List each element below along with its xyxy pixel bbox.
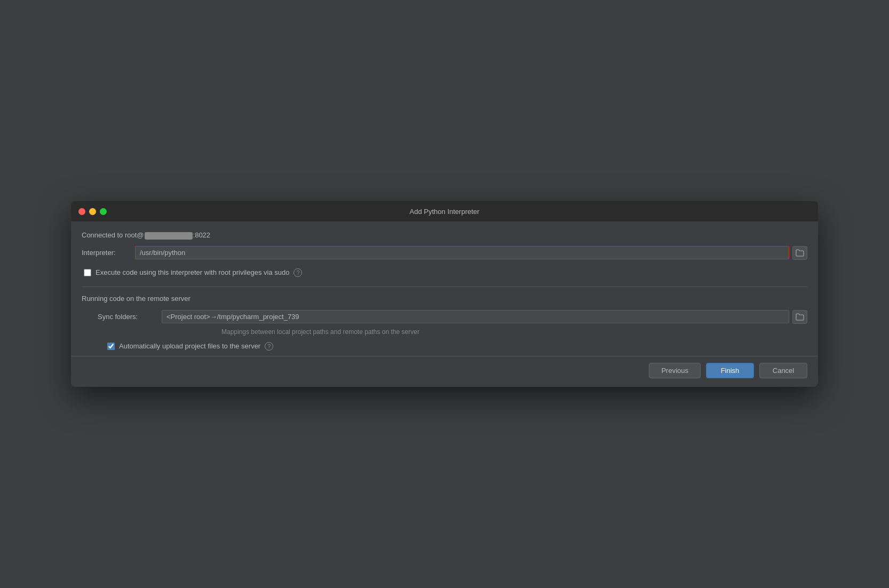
auto-upload-label[interactable]: Automatically upload project files to th… xyxy=(119,342,260,350)
interpreter-label: Interpreter: xyxy=(82,249,130,257)
close-window-button[interactable] xyxy=(78,208,85,215)
sudo-checkbox[interactable] xyxy=(84,269,91,276)
auto-upload-help-icon[interactable]: ? xyxy=(265,342,273,351)
sync-folders-input-wrapper xyxy=(162,310,807,324)
titlebar: Add Python Interpreter xyxy=(71,201,818,221)
interpreter-input[interactable] xyxy=(135,246,789,259)
section-divider xyxy=(82,287,807,287)
connection-info: Connected to root@ :8022 xyxy=(82,231,807,240)
folder-icon xyxy=(796,249,804,257)
connection-host-blurred xyxy=(145,232,193,240)
interpreter-input-wrapper xyxy=(135,246,807,260)
auto-upload-checkbox[interactable] xyxy=(107,343,115,350)
sync-folders-label: Sync folders: xyxy=(98,313,156,321)
dialog-window: Add Python Interpreter Connected to root… xyxy=(71,201,818,387)
cancel-button[interactable]: Cancel xyxy=(759,363,807,378)
sync-folders-folder-button[interactable] xyxy=(792,310,807,324)
previous-button[interactable]: Previous xyxy=(649,363,701,378)
sync-folders-input[interactable] xyxy=(162,310,789,323)
minimize-window-button[interactable] xyxy=(89,208,96,215)
main-content: Connected to root@ :8022 Interpreter: Ex… xyxy=(71,221,818,356)
sync-folder-icon xyxy=(796,313,804,321)
sync-folders-row: Sync folders: xyxy=(82,310,807,324)
auto-upload-row: Automatically upload project files to th… xyxy=(82,342,807,351)
sudo-checkbox-label[interactable]: Execute code using this interpreter with… xyxy=(96,268,289,276)
mappings-hint: Mappings between local project paths and… xyxy=(82,328,807,336)
interpreter-row: Interpreter: xyxy=(82,246,807,260)
sudo-help-icon[interactable]: ? xyxy=(293,268,302,277)
interpreter-folder-button[interactable] xyxy=(792,246,807,260)
connection-suffix: :8022 xyxy=(193,231,211,239)
sudo-checkbox-row: Execute code using this interpreter with… xyxy=(82,268,807,277)
window-title: Add Python Interpreter xyxy=(410,208,480,216)
remote-section-title: Running code on the remote server xyxy=(82,295,807,303)
finish-button[interactable]: Finish xyxy=(706,363,754,378)
connection-prefix: Connected to root@ xyxy=(82,231,144,239)
traffic-lights xyxy=(78,208,107,215)
maximize-window-button[interactable] xyxy=(100,208,107,215)
button-bar: Previous Finish Cancel xyxy=(71,356,818,387)
